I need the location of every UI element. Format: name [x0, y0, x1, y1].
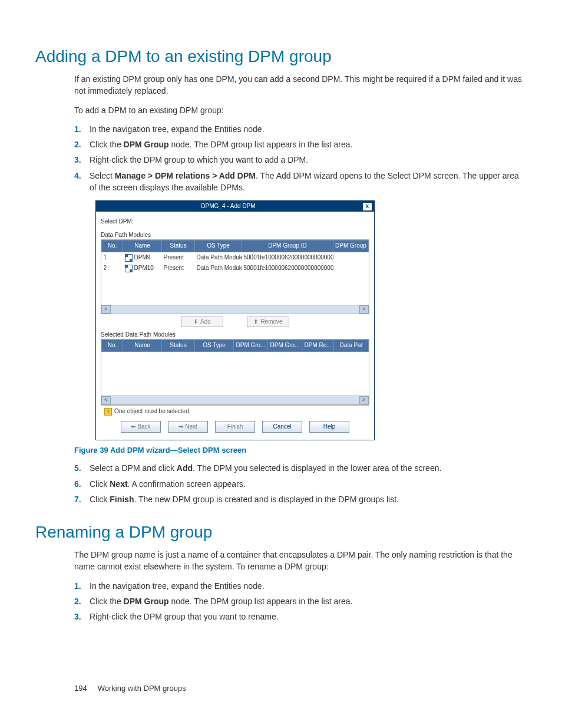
col-r[interactable]: DPM Re... — [302, 340, 334, 352]
lower-table-header: Selected Data Path Modules — [101, 331, 369, 340]
step-num: 2. — [74, 139, 90, 150]
table-row[interactable]: 2 DPM10 Present Data Path Module 50001fe… — [102, 263, 369, 274]
rename-steps: 1.In the navigation tree, expand the Ent… — [74, 580, 527, 623]
step-text: Click the DPM Group node. The DPM group … — [90, 139, 527, 150]
figure-caption: Figure 39 Add DPM wizard—Select DPM scre… — [74, 445, 527, 456]
scroll-right-icon[interactable]: > — [359, 305, 369, 314]
add-button[interactable]: ⬇Add — [181, 317, 223, 327]
steps-5-7: 5.Select a DPM and click Add. The DPM yo… — [74, 462, 527, 505]
close-icon[interactable]: x — [362, 202, 372, 211]
page-number: 194 — [74, 684, 87, 693]
col-gid[interactable]: DPM Group ID — [242, 241, 333, 252]
scroll-left-icon[interactable]: < — [101, 396, 111, 404]
up-arrow-icon: ⬆ — [253, 318, 258, 327]
step-num: 4. — [74, 170, 90, 194]
remove-button[interactable]: ⬆Remove — [247, 317, 289, 327]
dpm-icon — [125, 254, 133, 262]
intro-para-2: To add a DPM to an existing DPM group: — [74, 104, 527, 116]
footer-title: Working with DPM groups — [98, 684, 186, 693]
step-text: Click the DPM Group node. The DPM group … — [90, 595, 527, 607]
col-name[interactable]: Name — [123, 340, 162, 352]
col-grp[interactable]: DPM Group — [333, 241, 369, 252]
right-arrow-icon: ➡ — [178, 423, 183, 431]
cancel-button[interactable]: Cancel — [262, 421, 302, 433]
finish-button[interactable]: Finish — [215, 421, 255, 433]
step-text: Click Finish. The new DPM group is creat… — [90, 493, 527, 505]
warning-icon: ! — [104, 408, 112, 416]
step-num: 7. — [74, 493, 90, 505]
section-heading-2: Renaming a DPM group — [35, 523, 527, 542]
scrollbar[interactable]: < > — [101, 305, 369, 314]
step-text: In the navigation tree, expand the Entit… — [90, 123, 527, 135]
step-num: 2. — [74, 595, 90, 607]
step-num: 6. — [74, 478, 90, 490]
next-button[interactable]: ➡Next — [168, 421, 208, 433]
step-num: 5. — [74, 462, 90, 474]
scrollbar[interactable]: < > — [101, 396, 369, 404]
selected-dpm-table[interactable]: No. Name Status OS Type DPM Gro... DPM G… — [101, 339, 369, 405]
available-dpm-table[interactable]: No. Name Status OS Type DPM Group ID DPM… — [101, 239, 369, 314]
dpm-icon — [125, 265, 133, 272]
down-arrow-icon: ⬇ — [193, 318, 198, 327]
col-no[interactable]: No. — [102, 241, 123, 252]
step-num: 1. — [74, 123, 90, 135]
step-text: In the navigation tree, expand the Entit… — [90, 580, 527, 592]
col-os[interactable]: OS Type — [195, 241, 242, 252]
warning-bar: ! One object must be selected. — [101, 405, 369, 418]
col-g2[interactable]: DPM Gro... — [268, 340, 302, 352]
back-button[interactable]: ⬅Back — [121, 421, 161, 433]
step-text: Click Next. A confirmation screen appear… — [90, 478, 527, 490]
step-text: Right-click the DPM group to which you w… — [90, 154, 527, 166]
col-os[interactable]: OS Type — [195, 340, 234, 352]
intro-para-1: If an existing DPM group only has one DP… — [74, 73, 527, 97]
steps-1-4: 1.In the navigation tree, expand the Ent… — [74, 123, 527, 193]
left-arrow-icon: ⬅ — [131, 423, 135, 431]
step-text: Select a DPM and click Add. The DPM you … — [90, 462, 527, 474]
section-heading-1: Adding a DPM to an existing DPM group — [35, 47, 527, 66]
add-dpm-dialog: DPMG_4 - Add DPM x Select DPM: Data Path… — [95, 200, 375, 440]
col-d[interactable]: Data Pat — [334, 340, 369, 352]
step-num: 3. — [74, 611, 90, 622]
col-status[interactable]: Status — [162, 340, 195, 352]
page-footer: 194 Working with DPM groups — [74, 684, 186, 693]
dialog-titlebar: DPMG_4 - Add DPM x — [96, 201, 374, 212]
step-num: 3. — [74, 154, 90, 166]
upper-table-header: Data Path Modules — [101, 231, 369, 240]
intro-para-3: The DPM group name is just a name of a c… — [74, 549, 527, 573]
step-num: 1. — [74, 580, 90, 592]
scroll-left-icon[interactable]: < — [101, 305, 111, 314]
step-text: Right-click the DPM group that you want … — [90, 611, 527, 622]
col-g1[interactable]: DPM Gro... — [234, 340, 268, 352]
table-row[interactable]: 1 DPM9 Present Data Path Module 50001fe1… — [102, 252, 369, 263]
select-dpm-label: Select DPM: — [101, 218, 369, 226]
dialog-title: DPMG_4 - Add DPM — [96, 202, 361, 211]
col-status[interactable]: Status — [162, 241, 195, 252]
help-button[interactable]: Help — [309, 421, 349, 433]
col-name[interactable]: Name — [123, 241, 162, 252]
scroll-right-icon[interactable]: > — [359, 396, 369, 404]
step-text: Select Manage > DPM relations > Add DPM.… — [90, 170, 527, 194]
col-no[interactable]: No. — [102, 340, 123, 352]
